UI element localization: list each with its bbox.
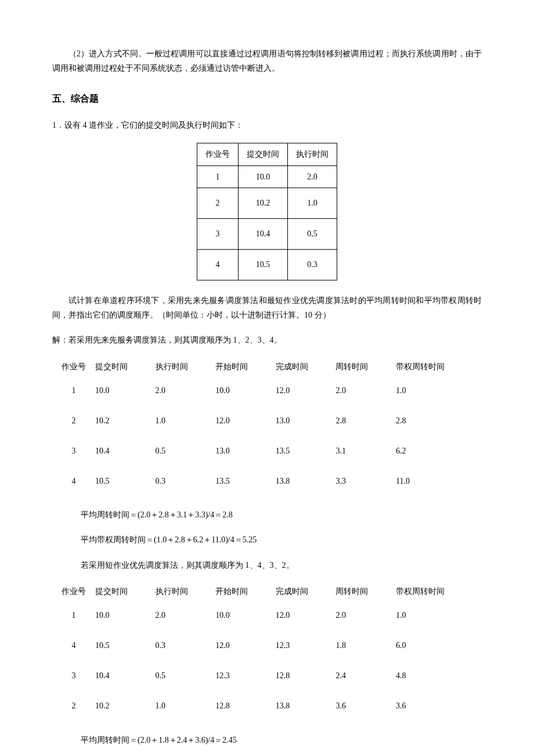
cell: 2 — [52, 405, 95, 435]
cell: 10.2 — [95, 691, 156, 721]
cell: 6.0 — [396, 631, 482, 661]
cell: 10.0 — [239, 165, 288, 188]
col-finish-time: 完成时间 — [276, 358, 336, 375]
jobs-table: 作业号 提交时间 执行时间 1 10.0 2.0 2 10.2 1.0 3 10… — [197, 143, 337, 280]
cell: 10.4 — [95, 661, 156, 691]
cell: 10.0 — [95, 375, 156, 405]
cell: 12.0 — [276, 375, 336, 405]
table-row: 3 10.4 0.5 13.0 13.5 3.1 6.2 — [52, 435, 482, 466]
col-exec-time: 执行时间 — [156, 358, 216, 375]
fcfs-avg-turnaround: 平均周转时间＝(2.0＋2.8＋3.1＋3.3)/4＝2.8 — [52, 507, 482, 522]
cell: 4 — [52, 466, 95, 496]
table-row: 1 10.0 2.0 10.0 12.0 2.0 1.0 — [52, 375, 482, 405]
col-start-time: 开始时间 — [215, 583, 276, 600]
cell: 2.4 — [335, 661, 396, 691]
sjf-avg-turnaround: 平均周转时间＝(2.0＋1.8＋2.4＋3.6)/4＝2.45 — [52, 733, 482, 747]
cell: 10.2 — [95, 405, 156, 435]
cell: 13.5 — [215, 466, 276, 496]
cell: 3.1 — [335, 435, 396, 466]
col-start-time: 开始时间 — [215, 358, 276, 375]
cell: 3.6 — [335, 691, 396, 721]
cell: 1.0 — [396, 375, 482, 405]
cell: 12.3 — [276, 631, 336, 661]
fcfs-intro: 解：若采用先来先服务调度算法，则其调度顺序为 1、2、3、4。 — [52, 333, 482, 347]
cell: 0.5 — [156, 435, 216, 466]
col-submit-time: 提交时间 — [95, 358, 156, 375]
table-row: 2 10.2 1.0 — [197, 188, 337, 218]
cell: 12.8 — [276, 661, 336, 691]
cell: 10.4 — [239, 218, 288, 249]
table-row: 4 10.5 0.3 12.0 12.3 1.8 6.0 — [52, 631, 482, 661]
fcfs-result-table: 作业号 提交时间 执行时间 开始时间 完成时间 周转时间 带权周转时间 1 10… — [52, 358, 482, 496]
cell: 2.0 — [335, 375, 396, 405]
cell: 1.0 — [156, 405, 216, 435]
cell: 13.8 — [276, 466, 336, 496]
cell: 3.6 — [396, 691, 482, 721]
cell: 1 — [197, 165, 239, 188]
cell: 2 — [52, 691, 95, 721]
cell: 2.8 — [335, 405, 396, 435]
cell: 4.8 — [396, 661, 482, 691]
jobs-table-header-row: 作业号 提交时间 执行时间 — [197, 143, 337, 165]
result-header-row: 作业号 提交时间 执行时间 开始时间 完成时间 周转时间 带权周转时间 — [52, 358, 482, 375]
col-turnaround: 周转时间 — [335, 358, 396, 375]
table-row: 3 10.4 0.5 12.3 12.8 2.4 4.8 — [52, 661, 482, 691]
cell: 10.4 — [95, 435, 156, 466]
cell: 2.0 — [288, 165, 337, 188]
cell: 2.8 — [396, 405, 482, 435]
cell: 0.3 — [288, 249, 337, 280]
cell: 0.3 — [156, 466, 216, 496]
question-1-intro: 1．设有 4 道作业，它们的提交时间及执行时间如下： — [52, 118, 482, 132]
col-job-id: 作业号 — [197, 143, 239, 165]
fcfs-avg-weighted-turnaround: 平均带权周转时间＝(1.0＋2.8＋6.2＋11.0)/4＝5.25 — [52, 532, 482, 547]
section-5-title: 五、综合题 — [52, 91, 482, 107]
cell: 2.0 — [156, 375, 216, 405]
cell: 1.8 — [335, 631, 396, 661]
cell: 0.5 — [156, 661, 216, 691]
cell: 3 — [52, 661, 95, 691]
cell: 1 — [52, 375, 95, 405]
cell: 6.2 — [396, 435, 482, 466]
table-row: 4 10.5 0.3 13.5 13.8 3.3 11.0 — [52, 466, 482, 496]
cell: 10.5 — [239, 249, 288, 280]
question-1-task: 试计算在单道程序环境下，采用先来先服务调度算法和最短作业优先调度算法时的平均周转… — [52, 293, 482, 322]
cell: 1.0 — [396, 600, 482, 631]
cell: 13.0 — [276, 405, 336, 435]
cell: 2.0 — [335, 600, 396, 631]
cell: 4 — [197, 249, 239, 280]
cell: 10.0 — [215, 600, 276, 631]
cell: 10.2 — [239, 188, 288, 218]
cell: 10.5 — [95, 631, 156, 661]
cell: 12.0 — [215, 631, 276, 661]
cell: 2.0 — [156, 600, 216, 631]
sjf-intro: 若采用短作业优先调度算法，则其调度顺序为 1、4、3、2。 — [52, 558, 482, 573]
result-header-row: 作业号 提交时间 执行时间 开始时间 完成时间 周转时间 带权周转时间 — [52, 583, 482, 600]
cell: 3 — [52, 435, 95, 466]
cell: 13.8 — [276, 691, 336, 721]
cell: 11.0 — [396, 466, 482, 496]
col-exec-time: 执行时间 — [156, 583, 216, 600]
table-row: 3 10.4 0.5 — [197, 218, 337, 249]
col-submit-time: 提交时间 — [95, 583, 156, 600]
cell: 1 — [52, 600, 95, 631]
col-job-id: 作业号 — [52, 583, 95, 600]
cell: 12.3 — [215, 661, 276, 691]
col-exec-time: 执行时间 — [288, 143, 337, 165]
table-row: 4 10.5 0.3 — [197, 249, 337, 280]
cell: 12.0 — [215, 405, 276, 435]
col-submit-time: 提交时间 — [239, 143, 288, 165]
cell: 12.8 — [215, 691, 276, 721]
cell: 10.0 — [215, 375, 276, 405]
col-turnaround: 周转时间 — [335, 583, 396, 600]
cell: 0.3 — [156, 631, 216, 661]
cell: 10.5 — [95, 466, 156, 496]
col-job-id: 作业号 — [52, 358, 95, 375]
table-row: 2 10.2 1.0 12.0 13.0 2.8 2.8 — [52, 405, 482, 435]
cell: 10.0 — [95, 600, 156, 631]
cell: 0.5 — [288, 218, 337, 249]
sjf-result-table: 作业号 提交时间 执行时间 开始时间 完成时间 周转时间 带权周转时间 1 10… — [52, 583, 482, 721]
table-row: 1 10.0 2.0 — [197, 165, 337, 188]
col-weighted-turnaround: 带权周转时间 — [396, 583, 482, 600]
col-finish-time: 完成时间 — [276, 583, 336, 600]
cell: 3.3 — [335, 466, 396, 496]
